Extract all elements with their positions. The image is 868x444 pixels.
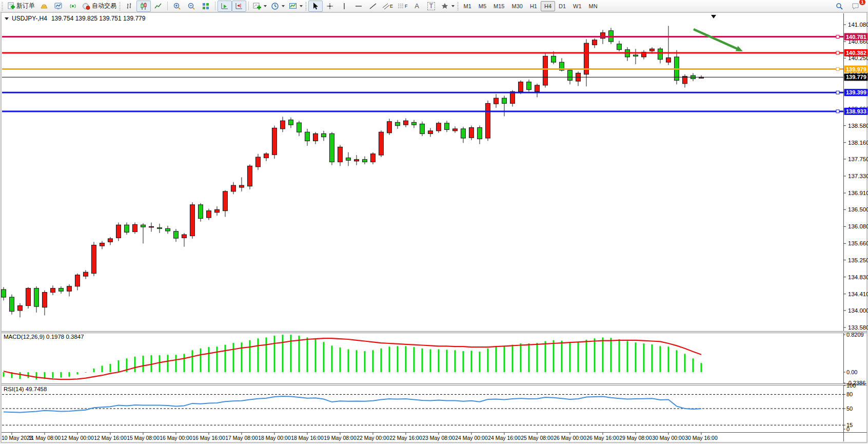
- vertical-line-tool-button[interactable]: [337, 1, 351, 12]
- clock-icon: [271, 2, 279, 10]
- candle-body: [84, 272, 88, 276]
- hline-handle[interactable]: [836, 68, 839, 71]
- macd-histogram-bar: [348, 350, 349, 372]
- templates-button[interactable]: [287, 1, 305, 12]
- timeframe-H1[interactable]: H1: [526, 1, 541, 11]
- candle-body: [313, 133, 318, 141]
- macd-histogram-bar: [208, 347, 210, 372]
- time-axis-label: 12 May 16:00: [94, 435, 127, 441]
- tile-windows-button[interactable]: [199, 1, 213, 12]
- price-badge-text: 139.979: [846, 66, 866, 72]
- auto-scroll-button[interactable]: [218, 1, 232, 12]
- text-tool-button[interactable]: A: [410, 1, 424, 12]
- macd-histogram-bar: [381, 349, 382, 372]
- toolbar-grip: [305, 2, 307, 10]
- timeframe-MN[interactable]: MN: [585, 1, 601, 11]
- candle-body: [240, 185, 244, 187]
- time-axis-label: 11 May 08:00: [29, 435, 61, 441]
- new-order-button[interactable]: 新订单: [5, 1, 37, 12]
- zoom-out-button[interactable]: [184, 1, 199, 12]
- hline-handle[interactable]: [836, 35, 839, 38]
- macd-histogram-bar: [19, 372, 21, 379]
- macd-histogram-bar: [69, 372, 70, 377]
- bar-chart-icon: [125, 2, 133, 10]
- vertical-line-icon: [340, 2, 348, 10]
- symbol-dropdown-icon[interactable]: [5, 17, 9, 20]
- hline-handle[interactable]: [836, 91, 839, 94]
- price-tick-label: 134.410: [848, 291, 868, 297]
- channel-tool-button[interactable]: E: [380, 1, 395, 12]
- macd-histogram-bar: [643, 343, 645, 372]
- candle-body: [371, 154, 376, 162]
- timeframe-M30[interactable]: M30: [508, 1, 526, 11]
- equidistant-channel-icon: [382, 2, 390, 10]
- macd-histogram-bar: [192, 350, 193, 372]
- candle-body: [519, 82, 523, 92]
- timeframe-M15[interactable]: M15: [490, 1, 508, 11]
- macd-histogram-bar: [290, 335, 292, 372]
- label-tool-letter: T: [427, 2, 435, 10]
- cursor-tool-button[interactable]: [308, 1, 323, 12]
- candle-body: [166, 228, 170, 231]
- search-button[interactable]: [832, 1, 846, 12]
- time-axis-label: 26 May 00:00: [554, 435, 586, 441]
- rsi-scale-label: 100: [846, 382, 856, 389]
- macd-histogram-bar: [496, 346, 497, 372]
- trendline-tool-button[interactable]: [366, 1, 380, 12]
- macd-histogram-bar: [323, 342, 325, 372]
- price-badge-text: 140.781: [846, 34, 866, 40]
- line-chart-mode-button[interactable]: [151, 1, 165, 12]
- macd-histogram-bar: [463, 351, 464, 372]
- price-badge-138.933: 138.933: [844, 108, 868, 115]
- candle-body: [354, 160, 359, 161]
- candle-body: [157, 228, 162, 229]
- periods-button[interactable]: [269, 1, 287, 12]
- candle-body: [174, 231, 179, 238]
- time-axis-label: 18 May 16:00: [291, 435, 324, 441]
- price-tick-label: 136.080: [848, 223, 868, 229]
- signals-button[interactable]: [66, 1, 80, 12]
- time-axis-label: 22 May 00:00: [357, 435, 389, 441]
- candle-body: [182, 235, 187, 238]
- line-chart-icon: [154, 2, 162, 10]
- macd-histogram-bar: [274, 336, 275, 372]
- toolbar-separator: [215, 2, 215, 10]
- macd-histogram-bar: [520, 343, 522, 372]
- time-axis-label: 30 May 00:00: [652, 435, 685, 441]
- horizontal-line-tool-button[interactable]: [351, 1, 366, 12]
- timeframe-M5[interactable]: M5: [475, 1, 490, 11]
- notifications-button[interactable]: 1: [849, 1, 863, 12]
- timeframe-H4[interactable]: H4: [541, 1, 555, 11]
- candle-body: [363, 160, 367, 162]
- fibonacci-letter: F: [405, 4, 408, 9]
- indicators-button[interactable]: [251, 1, 269, 12]
- candle-body: [502, 98, 507, 103]
- timeframe-W1[interactable]: W1: [569, 1, 585, 11]
- hline-handle[interactable]: [836, 51, 839, 54]
- macd-histogram-bar: [635, 342, 637, 372]
- candle-body: [231, 185, 236, 191]
- time-axis-label: 22 May 16:00: [389, 435, 422, 441]
- hline-handle[interactable]: [836, 110, 839, 113]
- candlestick-mode-button[interactable]: [136, 1, 151, 12]
- market-watch-button[interactable]: [37, 1, 51, 12]
- zoom-in-button[interactable]: [170, 1, 184, 12]
- macd-histogram-bar: [118, 360, 120, 372]
- arrows-tool-button[interactable]: [439, 1, 457, 12]
- fibonacci-tool-button[interactable]: F: [395, 1, 410, 12]
- text-label-tool-button[interactable]: T: [424, 1, 439, 12]
- timeframe-M1[interactable]: M1: [460, 1, 475, 11]
- notification-badge: 1: [859, 0, 865, 5]
- new-chart-button[interactable]: [51, 1, 66, 12]
- macd-histogram-bar: [52, 372, 54, 378]
- bar-chart-mode-button[interactable]: [122, 1, 136, 12]
- chart-shift-button[interactable]: [232, 1, 246, 12]
- time-axis-label: 17 May 08:00: [225, 435, 258, 441]
- price-badge-text: 138.933: [846, 108, 866, 114]
- timeframe-D1[interactable]: D1: [555, 1, 569, 11]
- price-badge-139.779: 139.779: [844, 73, 868, 81]
- auto-trading-button[interactable]: 自动交易: [80, 1, 119, 12]
- crosshair-tool-button[interactable]: [323, 1, 337, 12]
- zoom-out-icon: [187, 2, 195, 10]
- candle-body: [453, 129, 458, 131]
